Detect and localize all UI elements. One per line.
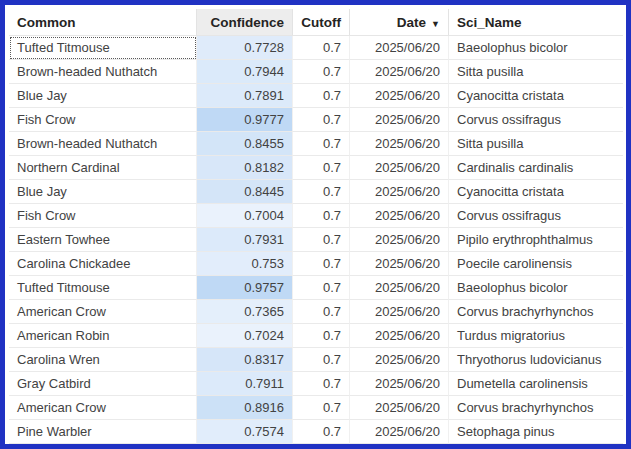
cell-common[interactable]: Eastern Towhee xyxy=(9,228,197,252)
cell-sci_name[interactable]: Baeolophus bicolor xyxy=(449,276,623,300)
cell-sci_name[interactable]: Sitta pusilla xyxy=(449,60,623,84)
cell-common[interactable]: Brown-headed Nuthatch xyxy=(9,60,197,84)
table-row: Blue Jay0.78910.72025/06/20Cyanocitta cr… xyxy=(9,84,623,108)
cell-sci_name[interactable]: Dumetella carolinensis xyxy=(449,372,623,396)
column-header-cutoff[interactable]: Cutoff xyxy=(293,9,350,36)
cell-confidence[interactable]: 0.9757 xyxy=(197,276,293,300)
cell-cutoff[interactable]: 0.7 xyxy=(293,396,350,420)
cell-sci_name[interactable]: Poecile carolinensis xyxy=(449,252,623,276)
cell-cutoff[interactable]: 0.7 xyxy=(293,36,350,60)
cell-date[interactable]: 2025/06/20 xyxy=(350,420,449,444)
cell-date[interactable]: 2025/06/20 xyxy=(350,372,449,396)
table-row: Blue Jay0.84450.72025/06/20Cyanocitta cr… xyxy=(9,180,623,204)
cell-sci_name[interactable]: Thryothorus ludovicianus xyxy=(449,348,623,372)
table-row: Fish Crow0.70040.72025/06/20Corvus ossif… xyxy=(9,204,623,228)
cell-confidence[interactable]: 0.8445 xyxy=(197,180,293,204)
cell-common[interactable]: Blue Jay xyxy=(9,180,197,204)
cell-common[interactable]: Tufted Titmouse xyxy=(9,36,197,60)
cell-common[interactable]: Carolina Wren xyxy=(9,348,197,372)
cell-date[interactable]: 2025/06/20 xyxy=(350,108,449,132)
cell-cutoff[interactable]: 0.7 xyxy=(293,132,350,156)
cell-date[interactable]: 2025/06/20 xyxy=(350,60,449,84)
cell-cutoff[interactable]: 0.7 xyxy=(293,204,350,228)
cell-common[interactable]: American Crow xyxy=(9,300,197,324)
cell-confidence[interactable]: 0.7944 xyxy=(197,60,293,84)
cell-common[interactable]: Tufted Titmouse xyxy=(9,276,197,300)
cell-date[interactable]: 2025/06/20 xyxy=(350,276,449,300)
cell-confidence[interactable]: 0.9777 xyxy=(197,108,293,132)
cell-confidence[interactable]: 0.8182 xyxy=(197,156,293,180)
cell-cutoff[interactable]: 0.7 xyxy=(293,180,350,204)
cell-sci_name[interactable]: Corvus ossifragus xyxy=(449,108,623,132)
cell-common[interactable]: American Crow xyxy=(9,396,197,420)
cell-confidence[interactable]: 0.7728 xyxy=(197,36,293,60)
cell-cutoff[interactable]: 0.7 xyxy=(293,228,350,252)
cell-sci_name[interactable]: Cyanocitta cristata xyxy=(449,84,623,108)
cell-date[interactable]: 2025/06/20 xyxy=(350,252,449,276)
cell-date[interactable]: 2025/06/20 xyxy=(350,228,449,252)
cell-confidence[interactable]: 0.7574 xyxy=(197,420,293,444)
cell-date[interactable]: 2025/06/20 xyxy=(350,300,449,324)
cell-cutoff[interactable]: 0.7 xyxy=(293,300,350,324)
cell-cutoff[interactable]: 0.7 xyxy=(293,276,350,300)
cell-common[interactable]: Northern Cardinal xyxy=(9,156,197,180)
cell-common[interactable]: Gray Catbird xyxy=(9,372,197,396)
cell-date[interactable]: 2025/06/20 xyxy=(350,348,449,372)
table-row: Fish Crow0.97770.72025/06/20Corvus ossif… xyxy=(9,108,623,132)
table-row: Gray Catbird0.79110.72025/06/20Dumetella… xyxy=(9,372,623,396)
cell-date[interactable]: 2025/06/20 xyxy=(350,396,449,420)
column-header-label: Confidence xyxy=(210,15,284,30)
table-row: American Crow0.73650.72025/06/20Corvus b… xyxy=(9,300,623,324)
cell-common[interactable]: Brown-headed Nuthatch xyxy=(9,132,197,156)
cell-sci_name[interactable]: Corvus brachyrhynchos xyxy=(449,300,623,324)
cell-common[interactable]: Blue Jay xyxy=(9,84,197,108)
cell-confidence[interactable]: 0.7931 xyxy=(197,228,293,252)
cell-common[interactable]: Fish Crow xyxy=(9,108,197,132)
cell-confidence[interactable]: 0.7004 xyxy=(197,204,293,228)
cell-confidence[interactable]: 0.7365 xyxy=(197,300,293,324)
cell-common[interactable]: Fish Crow xyxy=(9,204,197,228)
cell-confidence[interactable]: 0.7024 xyxy=(197,324,293,348)
cell-confidence[interactable]: 0.7891 xyxy=(197,84,293,108)
column-header-confidence[interactable]: Confidence xyxy=(197,9,293,36)
cell-sci_name[interactable]: Corvus brachyrhynchos xyxy=(449,396,623,420)
cell-cutoff[interactable]: 0.7 xyxy=(293,84,350,108)
cell-date[interactable]: 2025/06/20 xyxy=(350,84,449,108)
cell-date[interactable]: 2025/06/20 xyxy=(350,36,449,60)
cell-date[interactable]: 2025/06/20 xyxy=(350,156,449,180)
cell-cutoff[interactable]: 0.7 xyxy=(293,108,350,132)
cell-cutoff[interactable]: 0.7 xyxy=(293,324,350,348)
cell-cutoff[interactable]: 0.7 xyxy=(293,420,350,444)
cell-sci_name[interactable]: Baeolophus bicolor xyxy=(449,36,623,60)
cell-common[interactable]: Pine Warbler xyxy=(9,420,197,444)
cell-confidence[interactable]: 0.753 xyxy=(197,252,293,276)
cell-date[interactable]: 2025/06/20 xyxy=(350,132,449,156)
table-row: Carolina Chickadee0.7530.72025/06/20Poec… xyxy=(9,252,623,276)
cell-cutoff[interactable]: 0.7 xyxy=(293,60,350,84)
cell-date[interactable]: 2025/06/20 xyxy=(350,180,449,204)
column-header-common[interactable]: Common xyxy=(9,9,197,36)
cell-sci_name[interactable]: Sitta pusilla xyxy=(449,132,623,156)
cell-confidence[interactable]: 0.8916 xyxy=(197,396,293,420)
column-header-label: Date xyxy=(397,15,426,30)
cell-sci_name[interactable]: Cyanocitta cristata xyxy=(449,180,623,204)
column-header-label: Common xyxy=(17,15,76,30)
cell-sci_name[interactable]: Setophaga pinus xyxy=(449,420,623,444)
cell-sci_name[interactable]: Cardinalis cardinalis xyxy=(449,156,623,180)
cell-common[interactable]: Carolina Chickadee xyxy=(9,252,197,276)
cell-cutoff[interactable]: 0.7 xyxy=(293,252,350,276)
cell-cutoff[interactable]: 0.7 xyxy=(293,156,350,180)
cell-confidence[interactable]: 0.8455 xyxy=(197,132,293,156)
cell-sci_name[interactable]: Pipilo erythrophthalmus xyxy=(449,228,623,252)
cell-date[interactable]: 2025/06/20 xyxy=(350,324,449,348)
cell-sci_name[interactable]: Turdus migratorius xyxy=(449,324,623,348)
cell-confidence[interactable]: 0.7911 xyxy=(197,372,293,396)
cell-common[interactable]: American Robin xyxy=(9,324,197,348)
cell-cutoff[interactable]: 0.7 xyxy=(293,372,350,396)
column-header-sci_name[interactable]: Sci_Name xyxy=(449,9,623,36)
cell-sci_name[interactable]: Corvus ossifragus xyxy=(449,204,623,228)
cell-confidence[interactable]: 0.8317 xyxy=(197,348,293,372)
column-header-date[interactable]: Date▼ xyxy=(350,9,449,36)
cell-cutoff[interactable]: 0.7 xyxy=(293,348,350,372)
cell-date[interactable]: 2025/06/20 xyxy=(350,204,449,228)
